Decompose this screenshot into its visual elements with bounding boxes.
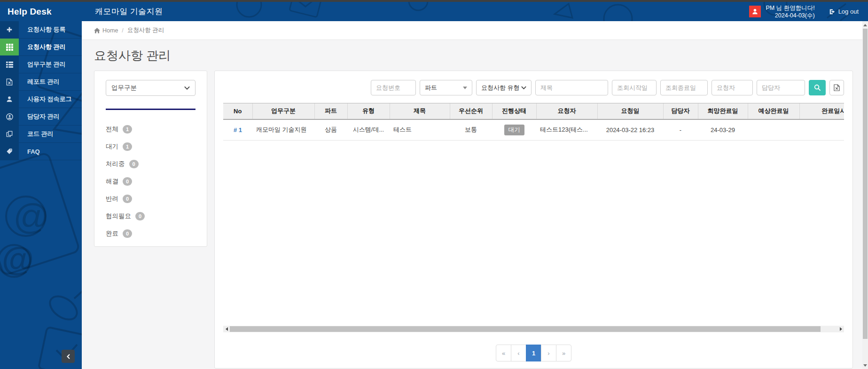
- main-content: Home / 요청사항 관리 요청사항 관리 업무구분 전체 1: [82, 21, 868, 369]
- category-select[interactable]: 업무구분: [106, 80, 195, 96]
- filter-divider: [106, 109, 195, 110]
- cell-type: 시스템/데...: [347, 119, 390, 141]
- col-header-no: No: [223, 103, 252, 119]
- col-header-type: 유형: [347, 103, 390, 119]
- scroll-left-arrow-icon[interactable]: [223, 326, 230, 332]
- status-filter-processing[interactable]: 처리중 0: [106, 155, 195, 173]
- end-date-input[interactable]: [660, 80, 708, 95]
- breadcrumb-current: 요청사항 관리: [127, 26, 164, 34]
- status-count-badge: 0: [135, 212, 145, 220]
- status-count-badge: 1: [123, 125, 132, 133]
- sidebar-item-manager-manage[interactable]: 담당자 관리: [0, 108, 82, 126]
- status-count-badge: 0: [123, 229, 132, 238]
- search-button[interactable]: [809, 80, 826, 95]
- sidebar-item-request-manage[interactable]: 요청사항 관리: [0, 39, 82, 56]
- manager-input[interactable]: [757, 80, 805, 95]
- col-header-due-date: 희망완료일: [698, 103, 748, 119]
- list-icon: [0, 56, 19, 73]
- cell-title: 테스트: [390, 119, 450, 141]
- window-top-strip: [0, 0, 868, 2]
- user-circle-icon: [0, 108, 19, 125]
- scroll-up-arrow-icon[interactable]: [862, 21, 868, 29]
- home-icon: [94, 28, 100, 33]
- status-filter-panel: 업무구분 전체 1 대기 1 처리중: [94, 71, 207, 247]
- col-header-category: 업무구분: [252, 103, 314, 119]
- report-icon: [0, 73, 19, 90]
- breadcrumb: Home / 요청사항 관리: [82, 21, 868, 40]
- cell-part: 상품: [314, 119, 347, 141]
- select-arrow-icon: [463, 86, 467, 89]
- cell-category: 캐모마일 기술지원: [252, 119, 314, 141]
- request-link[interactable]: # 1: [234, 126, 242, 133]
- status-filter-done[interactable]: 완료 0: [106, 225, 195, 242]
- col-header-status: 진행상태: [492, 103, 536, 119]
- horizontal-scrollbar-thumb[interactable]: [230, 326, 821, 332]
- col-header-expected-date: 예상완료일: [748, 103, 799, 119]
- title-search-input[interactable]: [535, 80, 608, 95]
- status-filter-waiting[interactable]: 대기 1: [106, 138, 195, 155]
- search-filter-row: 파트 요청사항 유형: [223, 80, 844, 95]
- status-count-badge: 0: [129, 160, 139, 168]
- col-header-title: 제목: [390, 103, 450, 119]
- start-date-input[interactable]: [612, 80, 657, 95]
- pagination: « ‹ 1 › »: [223, 345, 844, 361]
- cell-request-date: 2024-03-22 16:23: [597, 119, 663, 141]
- request-no-input[interactable]: [371, 80, 416, 95]
- search-icon: [814, 84, 821, 91]
- horizontal-scrollbar[interactable]: [223, 326, 844, 332]
- current-date: 2024-04-03(수): [766, 12, 814, 19]
- status-filter-resolved[interactable]: 해결 0: [106, 173, 195, 190]
- status-filter-needs-discussion[interactable]: 협의필요 0: [106, 207, 195, 225]
- status-filter-rejected[interactable]: 반려 0: [106, 190, 195, 207]
- excel-file-icon: [834, 84, 840, 91]
- excel-export-button[interactable]: [829, 80, 844, 95]
- request-list-panel: 파트 요청사항 유형: [214, 71, 853, 369]
- svg-text:@: @: [2, 241, 34, 277]
- col-header-requester: 요청자: [536, 103, 597, 119]
- sidebar-item-request-create[interactable]: 요청사항 등록: [0, 21, 82, 39]
- plus-icon: [0, 21, 19, 38]
- table-header-row: No 업무구분 파트 유형 제목 우선순위 진행상태 요청자 요청일 담당자 희: [223, 103, 844, 119]
- pagination-page-1-button[interactable]: 1: [526, 345, 541, 361]
- pagination-first-button[interactable]: «: [496, 345, 511, 361]
- col-header-priority: 우선순위: [450, 103, 492, 119]
- app-logo[interactable]: Help Desk: [0, 7, 82, 17]
- vertical-scrollbar-thumb[interactable]: [863, 29, 868, 339]
- part-select[interactable]: 파트: [420, 80, 472, 95]
- user-avatar-icon: [749, 6, 761, 17]
- request-table: No 업무구분 파트 유형 제목 우선순위 진행상태 요청자 요청일 담당자 희: [223, 103, 844, 141]
- chevron-down-icon: [184, 86, 190, 90]
- request-type-select[interactable]: 요청사항 유형: [476, 80, 532, 95]
- cell-priority: 보통: [450, 119, 492, 141]
- sidebar-item-faq[interactable]: FAQ: [0, 143, 82, 160]
- pagination-last-button[interactable]: »: [556, 345, 571, 361]
- status-badge: 대기: [504, 125, 524, 135]
- breadcrumb-home-link[interactable]: Home: [94, 27, 118, 34]
- request-table-container: No 업무구분 파트 유형 제목 우선순위 진행상태 요청자 요청일 담당자 희: [223, 103, 844, 141]
- scroll-right-arrow-icon[interactable]: [837, 326, 844, 332]
- sidebar-item-category-manage[interactable]: 업무구분 관리: [0, 56, 82, 73]
- scroll-down-arrow-icon[interactable]: [862, 361, 868, 369]
- requester-input[interactable]: [712, 80, 753, 95]
- cell-requester: 테스트123(테스...: [536, 119, 597, 141]
- sidebar-collapse-button[interactable]: [62, 350, 75, 363]
- cell-completed-date: [799, 119, 844, 141]
- table-row[interactable]: # 1 캐모마일 기술지원 상품 시스템/데... 테스트 보통 대기 테스트1…: [223, 119, 844, 141]
- sidebar-item-user-log[interactable]: 사용자 접속로그: [0, 91, 82, 108]
- top-header-bar: Help Desk 캐모마일 기술지원 PM 님 환영합니다! 2024-04-…: [0, 0, 868, 21]
- chevron-down-icon: [521, 86, 526, 89]
- pagination-next-button[interactable]: ›: [541, 345, 556, 361]
- status-filter-all[interactable]: 전체 1: [106, 120, 195, 138]
- copy-icon: [0, 126, 19, 142]
- vertical-scrollbar[interactable]: [862, 21, 868, 369]
- logout-button[interactable]: Log out: [829, 8, 859, 15]
- cell-expected-date: [748, 119, 799, 141]
- user-icon: [0, 91, 19, 108]
- sidebar-item-code-manage[interactable]: 코드 관리: [0, 126, 82, 143]
- sidebar-item-report-manage[interactable]: 레포트 관리: [0, 73, 82, 91]
- svg-text:@: @: [13, 196, 49, 236]
- cell-due-date: 24-03-29: [698, 119, 748, 141]
- pagination-prev-button[interactable]: ‹: [511, 345, 526, 361]
- cell-manager: -: [663, 119, 698, 141]
- status-count-badge: 1: [123, 142, 132, 151]
